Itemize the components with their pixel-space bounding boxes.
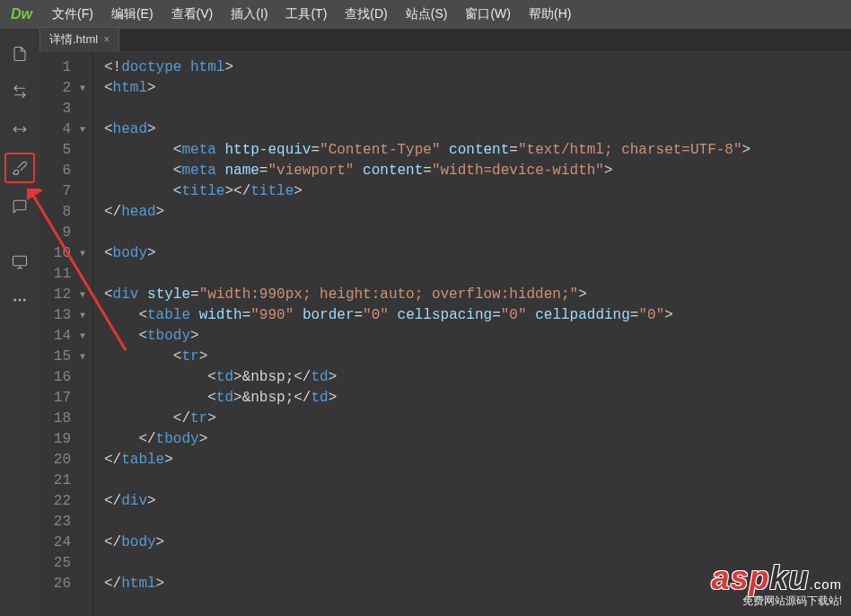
code-line: <meta name="viewport" content="width=dev… bbox=[104, 161, 851, 181]
code-line: <td>&nbsp;</td> bbox=[104, 388, 851, 409]
line-number: 8 bbox=[39, 202, 85, 223]
code-line: </body> bbox=[104, 532, 851, 553]
menu-items: 文件(F)编辑(E)查看(V)插入(I)工具(T)查找(D)站点(S)窗口(W)… bbox=[43, 3, 580, 26]
code-line bbox=[104, 223, 851, 243]
code-line: <table width="990" border="0" cellspacin… bbox=[104, 305, 851, 326]
code-line: <div style="width:990px; height:auto; ov… bbox=[104, 285, 851, 305]
tool-sidebar bbox=[0, 29, 39, 616]
line-number: 2▼ bbox=[39, 78, 85, 99]
monitor-icon[interactable] bbox=[5, 248, 34, 277]
code-line: <tbody> bbox=[104, 326, 851, 347]
line-number: 3 bbox=[39, 99, 85, 119]
line-number: 10▼ bbox=[39, 243, 85, 264]
line-number: 6 bbox=[39, 161, 85, 181]
line-number: 25 bbox=[39, 553, 85, 574]
ruler-icon[interactable] bbox=[5, 115, 34, 144]
watermark: aspku.com 免费网站源码下载站! bbox=[711, 559, 842, 609]
code-line: </tr> bbox=[104, 409, 851, 429]
dreamweaver-logo: Dw bbox=[7, 5, 36, 23]
line-number: 13▼ bbox=[39, 305, 85, 326]
logo-text: Dw bbox=[11, 6, 32, 22]
line-number: 18 bbox=[39, 409, 85, 429]
line-number: 9 bbox=[39, 223, 85, 243]
line-number: 12▼ bbox=[39, 285, 85, 305]
code-line: <tr> bbox=[104, 347, 851, 367]
menu-item[interactable]: 插入(I) bbox=[222, 3, 276, 26]
line-number: 26 bbox=[39, 574, 85, 594]
brush-icon[interactable] bbox=[4, 153, 35, 183]
line-number: 22 bbox=[39, 491, 85, 512]
tab-label: 详情.html bbox=[49, 31, 98, 48]
line-number: 24 bbox=[39, 532, 85, 553]
code-line: <head> bbox=[104, 119, 851, 140]
code-line: <title></title> bbox=[104, 181, 851, 202]
code-line: <meta http-equiv="Content-Type" content=… bbox=[104, 140, 851, 161]
menu-item[interactable]: 查看(V) bbox=[162, 3, 223, 26]
line-number: 20 bbox=[39, 450, 85, 471]
line-number: 21 bbox=[39, 471, 85, 491]
more-icon[interactable] bbox=[5, 286, 34, 314]
code-line bbox=[104, 264, 851, 285]
code-line: </head> bbox=[104, 202, 851, 223]
menu-item[interactable]: 工具(T) bbox=[276, 3, 336, 26]
code-line: <html> bbox=[104, 78, 851, 99]
menu-item[interactable]: 查找(D) bbox=[336, 3, 396, 26]
tab-bar: 详情.html × bbox=[39, 29, 851, 52]
line-number: 14▼ bbox=[39, 326, 85, 347]
line-number: 23 bbox=[39, 512, 85, 532]
line-number: 17 bbox=[39, 388, 85, 409]
svg-point-5 bbox=[23, 299, 26, 302]
code-line: </table> bbox=[104, 450, 851, 471]
line-number: 15▼ bbox=[39, 347, 85, 367]
menu-bar: Dw 文件(F)编辑(E)查看(V)插入(I)工具(T)查找(D)站点(S)窗口… bbox=[0, 0, 851, 29]
comment-icon[interactable] bbox=[5, 192, 34, 221]
arrows-icon[interactable] bbox=[5, 77, 34, 106]
close-icon[interactable]: × bbox=[103, 33, 110, 46]
code-line: </div> bbox=[104, 491, 851, 512]
menu-item[interactable]: 站点(S) bbox=[397, 3, 457, 26]
line-number: 5 bbox=[39, 140, 85, 161]
file-icon[interactable] bbox=[5, 40, 34, 68]
code-line: <body> bbox=[104, 243, 851, 264]
menu-item[interactable]: 窗口(W) bbox=[456, 3, 520, 26]
line-number: 16 bbox=[39, 367, 85, 388]
code-line: <td>&nbsp;</td> bbox=[104, 367, 851, 388]
code-line: <!doctype html> bbox=[104, 57, 851, 78]
code-area[interactable]: <!doctype html><html><head> <meta http-e… bbox=[93, 52, 851, 616]
svg-point-3 bbox=[13, 299, 16, 302]
code-line bbox=[104, 99, 851, 119]
svg-rect-0 bbox=[13, 256, 27, 266]
menu-item[interactable]: 帮助(H) bbox=[520, 3, 580, 26]
line-number: 7 bbox=[39, 181, 85, 202]
line-number: 11 bbox=[39, 264, 85, 285]
svg-point-4 bbox=[19, 299, 22, 302]
code-line bbox=[104, 471, 851, 491]
menu-item[interactable]: 编辑(E) bbox=[102, 3, 162, 26]
watermark-main: aspku.com bbox=[711, 559, 842, 597]
menu-item[interactable]: 文件(F) bbox=[43, 3, 102, 26]
code-line bbox=[104, 512, 851, 532]
code-line: </tbody> bbox=[104, 429, 851, 450]
code-editor[interactable]: 12▼34▼5678910▼1112▼13▼14▼15▼161718192021… bbox=[39, 52, 851, 616]
line-number: 19 bbox=[39, 429, 85, 450]
line-number: 4▼ bbox=[39, 119, 85, 140]
line-number: 1 bbox=[39, 57, 85, 78]
file-tab[interactable]: 详情.html × bbox=[39, 27, 119, 51]
line-gutter: 12▼34▼5678910▼1112▼13▼14▼15▼161718192021… bbox=[39, 52, 93, 616]
